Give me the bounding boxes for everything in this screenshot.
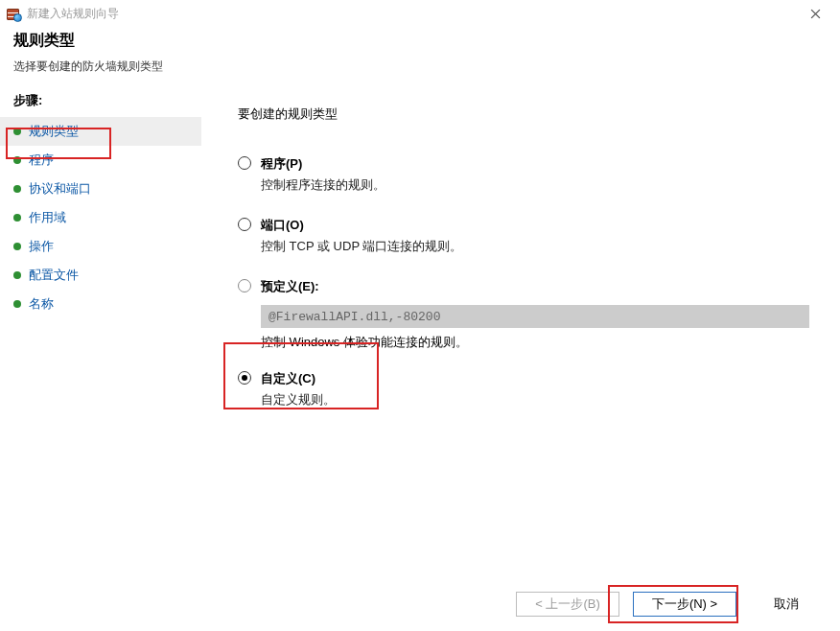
wizard-content: 要创建的规则类型 程序(P) 控制程序连接的规则。 端口(O) 控制 TCP 或… xyxy=(201,84,840,585)
step-scope[interactable]: 作用域 xyxy=(0,203,201,232)
step-label: 操作 xyxy=(29,238,54,255)
step-protocol-ports[interactable]: 协议和端口 xyxy=(0,175,201,203)
step-rule-type[interactable]: 规则类型 xyxy=(0,117,201,146)
title-bar: 新建入站规则向导 xyxy=(0,0,840,27)
radio-icon xyxy=(238,371,251,385)
step-label: 配置文件 xyxy=(29,267,79,284)
wizard-steps-sidebar: 步骤: 规则类型 程序 协议和端口 作用域 操作 配置文件 名称 xyxy=(0,84,201,585)
step-label: 作用域 xyxy=(29,209,66,226)
option-desc: 自定义规则。 xyxy=(261,391,817,409)
close-button[interactable] xyxy=(796,0,834,27)
option-predefined[interactable]: 预定义(E): xyxy=(238,278,817,299)
wizard-footer: < 上一步(B) 下一步(N) > 取消 xyxy=(0,577,840,631)
step-bullet-icon xyxy=(13,300,21,308)
step-action[interactable]: 操作 xyxy=(0,232,201,261)
button-label: < 上一步(B) xyxy=(535,596,600,613)
step-bullet-icon xyxy=(13,128,21,135)
step-label: 名称 xyxy=(29,295,54,313)
page-title: 规则类型 xyxy=(13,31,827,51)
option-desc: 控制 Windows 体验功能连接的规则。 xyxy=(261,334,817,351)
radio-icon xyxy=(238,156,251,170)
page-subtitle: 选择要创建的防火墙规则类型 xyxy=(13,58,827,75)
option-port[interactable]: 端口(O) 控制 TCP 或 UDP 端口连接的规则。 xyxy=(238,217,817,255)
steps-label: 步骤: xyxy=(0,92,201,117)
step-label: 规则类型 xyxy=(29,123,79,140)
predefined-select: @FirewallAPI.dll,-80200 xyxy=(261,305,809,328)
step-bullet-icon xyxy=(13,243,21,250)
step-bullet-icon xyxy=(13,214,21,222)
step-bullet-icon xyxy=(13,271,21,279)
option-title: 预定义(E): xyxy=(261,278,817,295)
wizard-header: 规则类型 选择要创建的防火墙规则类型 xyxy=(0,27,840,84)
step-label: 协议和端口 xyxy=(29,180,91,198)
step-bullet-icon xyxy=(13,185,21,193)
back-button: < 上一步(B) xyxy=(516,592,619,617)
step-bullet-icon xyxy=(13,156,21,164)
predefined-select-value: @FirewallAPI.dll,-80200 xyxy=(268,310,440,324)
radio-icon xyxy=(238,218,251,231)
option-title: 端口(O) xyxy=(261,217,817,234)
firewall-icon xyxy=(6,6,21,21)
cancel-button[interactable]: 取消 xyxy=(750,592,823,617)
radio-icon xyxy=(238,279,251,292)
option-title: 自定义(C) xyxy=(261,370,817,387)
button-label: 取消 xyxy=(774,596,799,613)
option-desc: 控制 TCP 或 UDP 端口连接的规则。 xyxy=(261,238,817,255)
option-custom[interactable]: 自定义(C) 自定义规则。 xyxy=(238,370,817,409)
step-label: 程序 xyxy=(29,152,54,169)
button-label: 下一步(N) > xyxy=(652,596,717,613)
close-icon xyxy=(810,9,821,19)
step-profile[interactable]: 配置文件 xyxy=(0,261,201,290)
option-title: 程序(P) xyxy=(261,155,817,173)
option-program[interactable]: 程序(P) 控制程序连接的规则。 xyxy=(238,155,817,194)
step-program[interactable]: 程序 xyxy=(0,146,201,175)
content-prompt: 要创建的规则类型 xyxy=(238,105,817,123)
rule-type-radio-group: 程序(P) 控制程序连接的规则。 端口(O) 控制 TCP 或 UDP 端口连接… xyxy=(238,155,817,409)
next-button[interactable]: 下一步(N) > xyxy=(633,592,736,617)
step-name[interactable]: 名称 xyxy=(0,290,201,318)
option-desc: 控制程序连接的规则。 xyxy=(261,176,817,194)
window-title: 新建入站规则向导 xyxy=(27,6,119,22)
